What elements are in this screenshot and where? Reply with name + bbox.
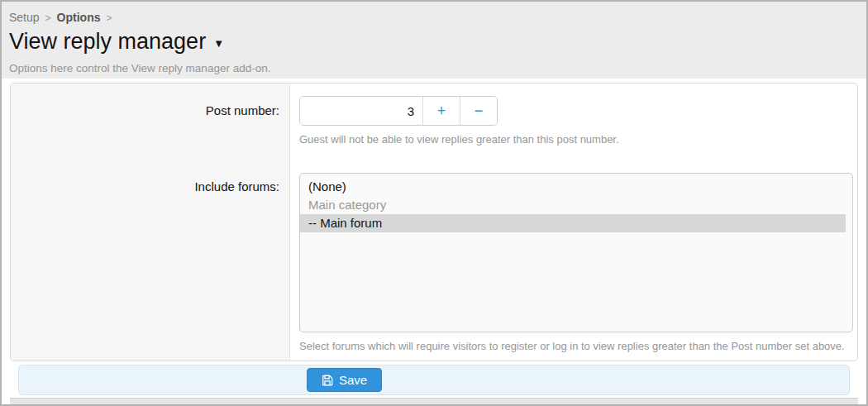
options-form: Post number: + − Guest will not be able …	[2, 79, 866, 404]
post-number-label: Post number:	[11, 96, 291, 146]
forum-option-none[interactable]: (None)	[300, 178, 852, 196]
decrement-button[interactable]: −	[460, 97, 497, 125]
save-button[interactable]: Save	[307, 368, 382, 392]
post-number-hint: Guest will not be able to view replies g…	[299, 133, 857, 146]
save-bar: Save	[18, 365, 850, 395]
include-forums-row: Include forums: (None) Main category -- …	[11, 173, 857, 352]
page-title: View reply manager	[9, 29, 206, 55]
increment-button[interactable]: +	[422, 97, 460, 125]
include-forums-label: Include forums:	[11, 173, 291, 352]
breadcrumb-options[interactable]: Options	[57, 11, 101, 24]
forum-option-main-forum[interactable]: -- Main forum	[300, 214, 846, 232]
breadcrumb-setup[interactable]: Setup	[9, 11, 40, 24]
page-description: Options here control the View reply mana…	[9, 62, 858, 74]
include-forums-select[interactable]: (None) Main category -- Main forum	[299, 173, 853, 332]
post-number-spinner: + −	[299, 96, 498, 126]
save-button-label: Save	[339, 373, 367, 387]
page-header: Setup>Options> View reply manager ▼ Opti…	[2, 2, 866, 79]
chevron-down-icon: ▼	[213, 34, 224, 50]
post-number-row: Post number: + − Guest will not be able …	[11, 84, 857, 146]
post-number-input[interactable]	[300, 97, 422, 125]
breadcrumb: Setup>Options>	[9, 11, 858, 24]
forum-option-main-category: Main category	[300, 196, 852, 214]
save-icon	[322, 375, 333, 386]
bottom-strip	[10, 398, 858, 404]
form-panel: Post number: + − Guest will not be able …	[10, 83, 858, 361]
breadcrumb-separator-icon: >	[45, 12, 51, 24]
breadcrumb-separator-icon: >	[107, 12, 112, 24]
page-title-menu[interactable]: View reply manager ▼	[9, 29, 224, 55]
include-forums-hint: Select forums which will require visitor…	[299, 340, 857, 352]
